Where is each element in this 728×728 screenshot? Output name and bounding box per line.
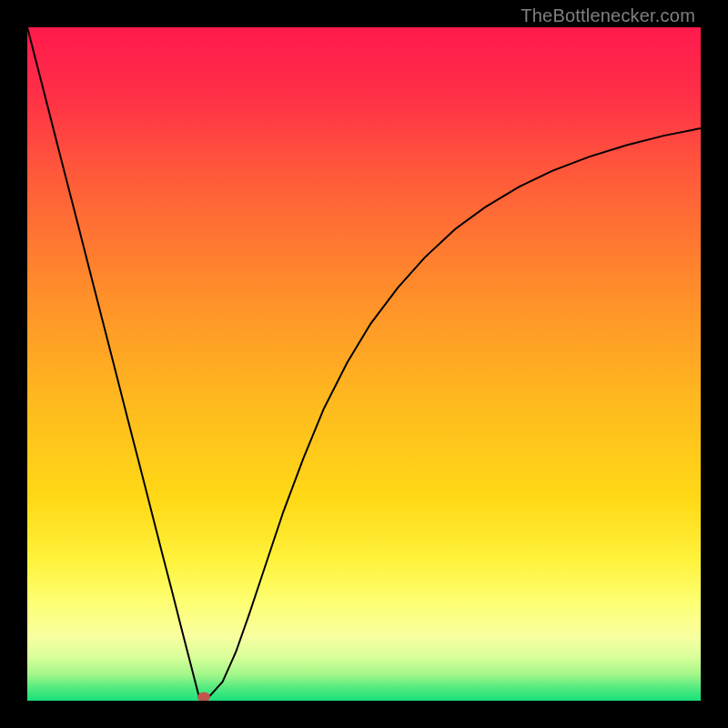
watermark-text: TheBottlenecker.com bbox=[521, 5, 695, 26]
chart-container: TheBottlenecker.com bbox=[0, 0, 728, 728]
minimum-marker bbox=[197, 692, 210, 701]
plot-area bbox=[27, 27, 701, 701]
curve-layer bbox=[27, 27, 701, 701]
bottleneck-curve bbox=[27, 27, 701, 697]
